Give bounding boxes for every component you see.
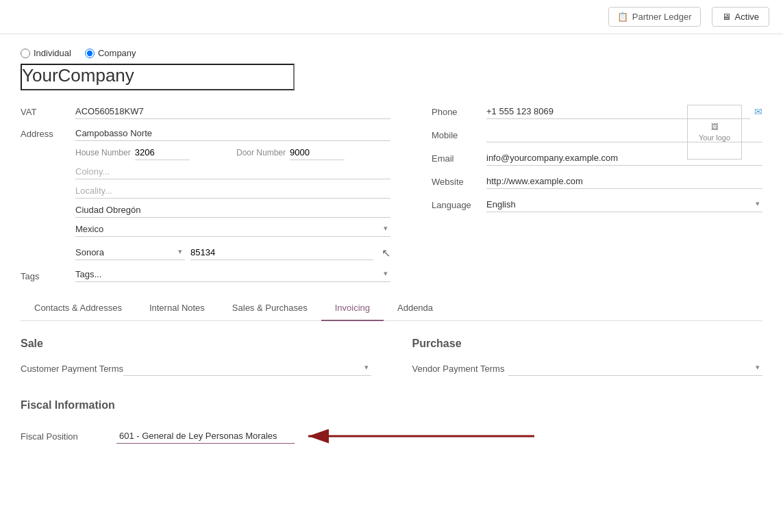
fiscal-position-label: Fiscal Position	[21, 431, 116, 442]
page-wrapper: 📋 Partner Ledger 🖥 Active Individual Com…	[0, 0, 783, 532]
mobile-row: Mobile	[432, 127, 762, 142]
company-radio[interactable]	[85, 49, 95, 58]
vendor-payment-row: Vendor Payment Terms	[412, 361, 763, 376]
phone-row: Phone ✉	[432, 104, 762, 119]
website-label: Website	[432, 177, 486, 187]
cursor-indicator: ↖	[382, 246, 390, 259]
fiscal-section: Fiscal Information Fiscal Position	[21, 399, 762, 450]
email-row: Email	[432, 151, 762, 166]
email-label: Email	[432, 153, 486, 164]
form-area: 🖼 Your logo VAT Address	[21, 64, 762, 466]
customer-payment-select-wrapper	[123, 361, 371, 376]
website-row: Website	[432, 174, 762, 189]
language-select-wrapper: English Spanish French	[486, 197, 762, 212]
language-label: Language	[432, 200, 486, 210]
tab-addenda[interactable]: Addenda	[384, 296, 447, 321]
tabs-container: Contacts & Addresses Internal Notes Sale…	[21, 296, 762, 321]
door-number-label: Door Number	[236, 148, 286, 157]
tags-label: Tags	[21, 268, 75, 281]
state-zip-row: Sonora ↖	[75, 245, 390, 260]
customer-payment-select[interactable]	[123, 361, 371, 376]
email-input-wrapper	[486, 151, 762, 166]
address-row: Address House Number Door Number	[21, 126, 390, 260]
tags-select[interactable]: Tags...	[75, 267, 390, 282]
partner-ledger-label: Partner Ledger	[632, 12, 692, 22]
purchase-section: Purchase Vendor Payment Terms	[412, 338, 763, 383]
state-select[interactable]: Sonora	[75, 245, 185, 260]
city-input[interactable]	[75, 203, 390, 218]
website-input-wrapper	[486, 174, 762, 189]
country-select[interactable]: Mexico	[75, 222, 390, 237]
country-select-wrapper: Mexico	[75, 222, 390, 237]
invoicing-tab-content: Sale Customer Payment Terms	[21, 321, 762, 466]
house-number-label: House Number	[75, 148, 131, 157]
house-door-row: House Number Door Number	[75, 145, 390, 160]
vat-field-group	[75, 104, 390, 119]
vendor-payment-select[interactable]	[508, 361, 763, 376]
house-number-input[interactable]	[135, 145, 190, 160]
address-line1-input[interactable]	[75, 126, 390, 141]
top-bar: 📋 Partner Ledger 🖥 Active	[0, 0, 783, 34]
phone-input-wrapper: ✉	[486, 104, 762, 119]
purchase-section-title: Purchase	[412, 338, 763, 350]
tags-row: Tags Tags...	[21, 267, 390, 282]
partner-ledger-button[interactable]: 📋 Partner Ledger	[608, 7, 701, 27]
tab-invoicing[interactable]: Invoicing	[321, 296, 384, 321]
sale-section-title: Sale	[21, 338, 371, 350]
individual-radio[interactable]	[21, 49, 30, 58]
fiscal-title: Fiscal Information	[21, 399, 762, 411]
phone-input[interactable]	[486, 104, 750, 119]
house-number-field: House Number	[75, 145, 229, 160]
locality-input[interactable]	[75, 183, 390, 199]
company-name-input[interactable]	[21, 64, 295, 90]
website-input[interactable]	[486, 174, 762, 189]
address-field-group: House Number Door Number	[75, 126, 390, 260]
fiscal-position-input[interactable]	[116, 429, 295, 444]
individual-label: Individual	[34, 48, 71, 58]
invoicing-columns: Sale Customer Payment Terms	[21, 338, 762, 383]
phone-action-icon[interactable]: ✉	[754, 106, 762, 117]
company-radio-label[interactable]: Company	[85, 48, 136, 58]
mobile-input[interactable]	[486, 127, 762, 142]
form-columns: VAT Address House Number	[21, 104, 762, 282]
vat-label: VAT	[21, 104, 75, 117]
partner-ledger-icon: 📋	[617, 12, 628, 22]
red-arrow	[301, 422, 534, 450]
individual-radio-label[interactable]: Individual	[21, 48, 71, 58]
email-input[interactable]	[486, 151, 762, 166]
customer-payment-label: Customer Payment Terms	[21, 364, 123, 374]
language-select[interactable]: English Spanish French	[486, 197, 762, 212]
door-number-field: Door Number	[236, 145, 390, 160]
tab-contacts[interactable]: Contacts & Addresses	[21, 296, 136, 321]
vendor-payment-select-wrapper	[508, 361, 763, 376]
mobile-input-wrapper	[486, 127, 762, 142]
address-label: Address	[21, 126, 75, 139]
active-label: Active	[735, 12, 759, 22]
company-label: Company	[98, 48, 136, 58]
colony-input[interactable]	[75, 164, 390, 179]
form-left: VAT Address House Number	[21, 104, 390, 282]
form-right: Phone ✉ Mobile	[432, 104, 762, 282]
tags-select-wrapper: Tags...	[75, 267, 390, 282]
tab-internal-notes[interactable]: Internal Notes	[136, 296, 219, 321]
mobile-label: Mobile	[432, 130, 486, 140]
tab-sales-purchases[interactable]: Sales & Purchases	[219, 296, 321, 321]
fiscal-position-row: Fiscal Position	[21, 422, 762, 450]
main-content: Individual Company 🖼 Your logo	[0, 34, 783, 480]
zip-input[interactable]	[190, 245, 373, 260]
vat-input[interactable]	[75, 104, 390, 119]
active-button[interactable]: 🖥 Active	[712, 7, 769, 27]
active-icon: 🖥	[722, 12, 731, 22]
customer-payment-row: Customer Payment Terms	[21, 361, 371, 376]
vat-row: VAT	[21, 104, 390, 119]
state-select-wrapper: Sonora	[75, 245, 185, 260]
language-row: Language English Spanish French	[432, 197, 762, 212]
door-number-input[interactable]	[290, 145, 345, 160]
entity-type-radio-group: Individual Company	[21, 48, 762, 58]
sale-section: Sale Customer Payment Terms	[21, 338, 371, 383]
vendor-payment-label: Vendor Payment Terms	[412, 364, 508, 374]
phone-label: Phone	[432, 107, 486, 117]
